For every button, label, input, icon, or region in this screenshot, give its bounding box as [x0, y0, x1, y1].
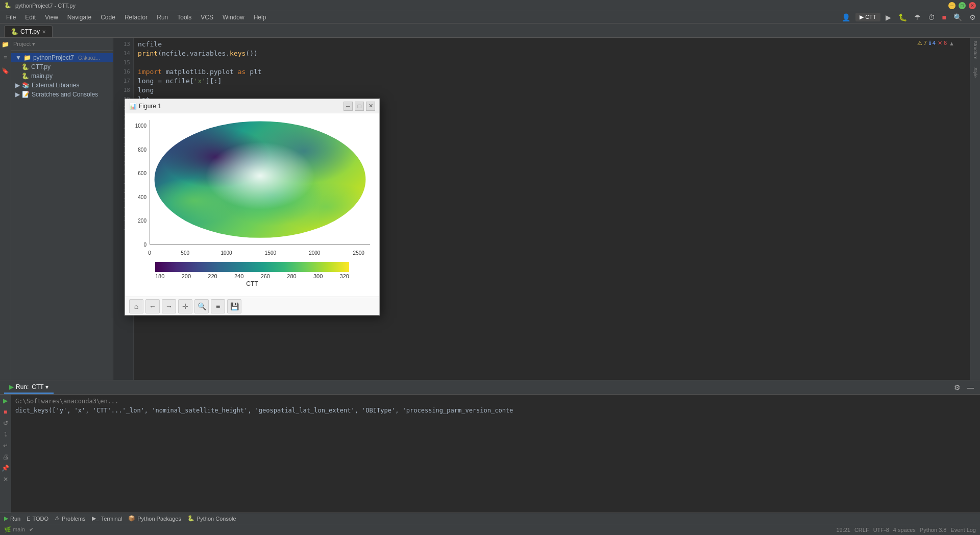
python-console-label: Python Console [197, 516, 236, 522]
python-packages-icon: 📦 [128, 515, 135, 522]
menu-vcs[interactable]: VCS [197, 13, 217, 22]
figure-close[interactable]: ✕ [366, 102, 375, 111]
tab-close-ctt[interactable]: ✕ [42, 29, 46, 35]
colorbar-title: CTT [246, 280, 258, 287]
bottom-tab-run[interactable]: ▶ Run: CTT ▾ [4, 381, 54, 394]
home-tool[interactable]: ⌂ [129, 299, 143, 313]
bookmarks-icon[interactable]: 🔖 [1, 66, 10, 76]
run-tab-label: Run: [16, 383, 29, 391]
plot-canvas: 0 200 400 600 800 1000 0 500 1000 1500 [129, 117, 375, 260]
run-settings-icon[interactable]: ⚙ [952, 382, 963, 393]
problems-icon: ⚠ [55, 515, 60, 522]
x-axis-labels: 0 500 1000 1500 2000 2500 [150, 250, 370, 256]
profile-button[interactable]: ⏱ [926, 12, 937, 22]
rerun-icon[interactable]: ↺ [2, 419, 10, 427]
run-config-dropdown[interactable]: ▶ CTT [855, 13, 880, 21]
menu-run[interactable]: Run [153, 13, 172, 22]
tree-main-py[interactable]: 🐍 main.py [11, 71, 113, 81]
user-icon[interactable]: 👤 [840, 12, 852, 22]
y-tick-1000: 1000 [135, 123, 146, 129]
pan-tool[interactable]: ✛ [178, 299, 192, 313]
tab-icon: 🐍 [11, 28, 18, 35]
forward-tool[interactable]: → [162, 299, 176, 313]
tab-bar: 🐍 CTT.py ✕ [0, 23, 980, 38]
code-line-14: print(ncfile.variables.keys()) [138, 49, 966, 58]
tab-ctt-py[interactable]: 🐍 CTT.py ✕ [4, 26, 53, 37]
plot-area: 0 200 400 600 800 1000 0 500 1000 1500 [129, 117, 375, 260]
style-sidebar[interactable]: Style [971, 62, 979, 83]
back-tool[interactable]: ← [145, 299, 160, 313]
cb-300: 300 [313, 273, 323, 279]
todo-icon: E [27, 516, 30, 522]
zoom-tool[interactable]: 🔍 [194, 299, 209, 313]
tree-root-project[interactable]: ▼ 📁 pythonProject7 G:\kuoz... [11, 53, 113, 62]
coverage-button[interactable]: ☂ [912, 12, 923, 22]
status-python-packages[interactable]: 📦 Python Packages [128, 515, 181, 522]
figure-content: 0 200 400 600 800 1000 0 500 1000 1500 [125, 113, 379, 297]
line-endings: CRLF [854, 527, 869, 533]
close-button[interactable]: ✕ [969, 2, 976, 9]
pin-tab-icon[interactable]: 📌 [2, 464, 10, 472]
structure-sidebar[interactable]: Structure [971, 40, 979, 60]
colorbar-labels: 180 200 220 240 260 280 300 320 [155, 273, 349, 279]
tree-ctt-py[interactable]: 🐍 CTT.py [11, 62, 113, 71]
plot-axes [150, 120, 370, 245]
menu-navigate[interactable]: Navigate [63, 13, 95, 22]
cb-240: 240 [234, 273, 243, 279]
x-tick-1000: 1000 [220, 250, 232, 256]
run-again-icon[interactable]: ▶ [2, 397, 10, 405]
event-log[interactable]: Event Log [950, 527, 976, 533]
tree-scratches[interactable]: ▶ 📝 Scratches and Consoles [11, 90, 113, 99]
run-panel: G:\Softwares\anaconda3\en... dict_keys([… [11, 395, 980, 513]
menu-help[interactable]: Help [250, 13, 271, 22]
scroll-output-icon[interactable]: ⤵ [2, 430, 10, 439]
structure-icon[interactable]: ≡ [1, 53, 10, 62]
status-run[interactable]: ▶ Run [4, 515, 20, 522]
minimize-button[interactable]: ─ [948, 2, 955, 9]
run-button-top[interactable]: ▶ [884, 12, 893, 22]
stop-run-icon[interactable]: ■ [2, 408, 10, 416]
line-num-14: 14 [113, 49, 133, 58]
project-icon[interactable]: 📁 [1, 40, 10, 49]
colorbar-gradient [155, 262, 349, 272]
soft-wrap-icon[interactable]: ↵ [2, 442, 10, 450]
git-branch[interactable]: 🌿 main [4, 526, 25, 533]
menu-view[interactable]: View [41, 13, 62, 22]
menu-code[interactable]: Code [96, 13, 119, 22]
menu-tools[interactable]: Tools [173, 13, 195, 22]
python-file-icon: 🐍 [21, 63, 29, 70]
status-terminal[interactable]: ▶_ Terminal [92, 515, 122, 522]
run-left-icons: ▶ ■ ↺ ⤵ ↵ 🖨 📌 ✕ [0, 395, 11, 513]
y-axis-labels: 0 200 400 600 800 1000 [129, 120, 149, 245]
run-minimize-icon[interactable]: — [965, 382, 976, 393]
print-icon[interactable]: 🖨 [2, 453, 10, 461]
menu-edit[interactable]: Edit [21, 13, 40, 22]
y-tick-0: 0 [143, 242, 146, 248]
status-python-console[interactable]: 🐍 Python Console [187, 515, 236, 522]
debug-button-top[interactable]: 🐛 [896, 12, 909, 22]
indent-info: 4 spaces [893, 527, 916, 533]
figure-toolbar: ⌂ ← → ✛ 🔍 ≡ 💾 [125, 297, 379, 315]
menu-file[interactable]: File [2, 13, 20, 22]
maximize-button[interactable]: □ [959, 2, 966, 9]
status-todo[interactable]: E TODO [27, 516, 48, 522]
stop-button[interactable]: ■ [940, 12, 948, 22]
search-everywhere[interactable]: 🔍 [951, 12, 964, 22]
save-tool[interactable]: 💾 [227, 299, 241, 313]
ext-libs-label: External Libraries [32, 82, 79, 89]
code-line-16: import matplotlib.pyplot as plt [138, 67, 966, 77]
status-problems[interactable]: ⚠ Problems [55, 515, 85, 522]
y-tick-600: 600 [138, 171, 146, 176]
menu-refactor[interactable]: Refactor [120, 13, 152, 22]
project-name: pythonProject7 [33, 54, 74, 61]
menu-window[interactable]: Window [218, 13, 249, 22]
close-run-icon[interactable]: ✕ [2, 475, 10, 483]
line-column: 19:21 [836, 527, 850, 533]
figure-maximize[interactable]: □ [355, 102, 364, 111]
settings-gear[interactable]: ⚙ [967, 12, 978, 22]
figure-minimize[interactable]: ─ [344, 102, 353, 111]
status-right: 19:21 CRLF UTF-8 4 spaces Python 3.8 Eve… [836, 527, 976, 533]
subplots-tool[interactable]: ≡ [211, 299, 225, 313]
scratches-expand-icon: ▶ [15, 91, 20, 98]
tree-external-libs[interactable]: ▶ 📚 External Libraries [11, 81, 113, 90]
